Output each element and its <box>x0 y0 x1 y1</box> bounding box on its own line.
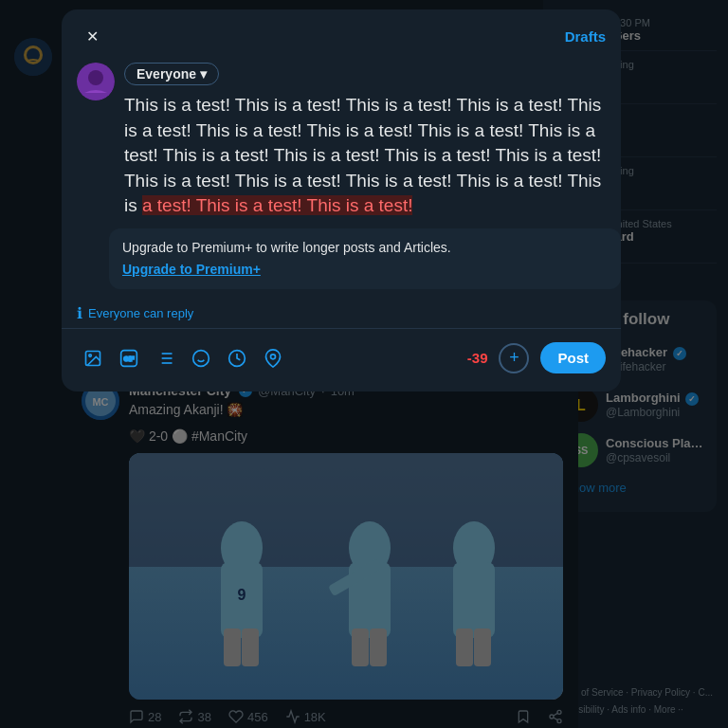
schedule-button[interactable] <box>221 342 253 374</box>
svg-point-36 <box>89 355 92 357</box>
audience-button[interactable]: Everyone ▾ <box>124 63 219 85</box>
upgrade-link[interactable]: Upgrade to Premium+ <box>122 262 261 277</box>
gif-button[interactable]: GIF <box>113 342 145 374</box>
drafts-button[interactable]: Drafts <box>565 28 606 45</box>
audience-label: Everyone <box>136 66 196 82</box>
info-icon: ℹ <box>77 304 82 322</box>
svg-point-49 <box>271 355 276 359</box>
compose-toolbar: GIF -39 + Post <box>62 337 621 380</box>
image-upload-button[interactable] <box>77 342 109 374</box>
compose-text-area[interactable]: This is a test! This is a test! This is … <box>124 93 606 219</box>
compose-avatar <box>77 63 115 100</box>
add-thread-button[interactable]: + <box>499 343 529 373</box>
compose-right: Everyone ▾ This is a test! This is a tes… <box>124 63 606 219</box>
compose-body: Everyone ▾ This is a test! This is a tes… <box>62 63 621 219</box>
character-count: -39 <box>467 350 488 366</box>
location-button[interactable] <box>257 342 289 374</box>
svg-point-45 <box>193 351 209 367</box>
svg-point-34 <box>88 70 103 85</box>
compose-modal: ✕ Drafts Everyone ▾ This is a test! This… <box>62 9 621 391</box>
upgrade-banner: Upgrade to Premium+ to write longer post… <box>109 228 621 289</box>
svg-text:GIF: GIF <box>123 355 134 361</box>
close-button[interactable]: ✕ <box>77 21 107 51</box>
everyone-reply-label: Everyone can reply <box>88 306 193 320</box>
modal-header: ✕ Drafts <box>62 9 621 63</box>
everyone-reply-option[interactable]: ℹ Everyone can reply <box>62 299 621 329</box>
emoji-button[interactable] <box>185 342 217 374</box>
poll-button[interactable] <box>149 342 181 374</box>
upgrade-text: Upgrade to Premium+ to write longer post… <box>122 240 608 255</box>
chevron-down-icon: ▾ <box>200 66 207 82</box>
post-button[interactable]: Post <box>540 342 606 373</box>
